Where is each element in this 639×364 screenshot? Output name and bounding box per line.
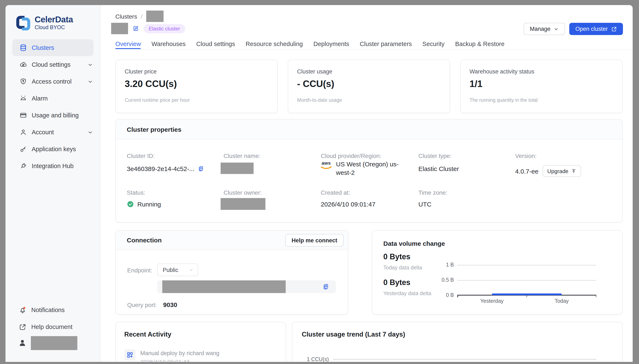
help-me-connect-button[interactable]: Help me connect [285, 234, 344, 246]
tab-resource-scheduling[interactable]: Resource scheduling [245, 40, 303, 48]
axis-tick [457, 296, 458, 297]
sidebar-item-label: Integration Hub [32, 162, 74, 169]
x-tick-yesterday: Yesterday [475, 298, 509, 304]
copy-icon[interactable] [198, 166, 204, 172]
card-subtitle: The running quantity in the total [470, 98, 538, 102]
upload-arrow-icon [571, 168, 576, 174]
status-check-icon [127, 200, 134, 208]
sidebar-item-alarm[interactable]: Alarm [6, 90, 100, 107]
recent-activity-card: Recent Activity Manual deploy by richard… [115, 322, 286, 362]
sidebar-item-help-document[interactable]: Help document [6, 318, 100, 335]
version-value: 4.0.7-ee [515, 168, 538, 174]
activity-timestamp: 2026/4/10 09:01:43 [140, 359, 190, 362]
card-title: Cluster usage trend (Last 7 days) [302, 331, 405, 338]
cluster-name-label: Cluster name: [224, 152, 260, 159]
tab-backup-restore[interactable]: Backup & Restore [455, 40, 505, 48]
open-cluster-button[interactable]: Open cluster [569, 23, 623, 35]
card-value: 3.20 CCU(s) [125, 78, 177, 90]
card-value: - CCU(s) [297, 78, 334, 90]
sidebar-item-account[interactable]: Account [6, 124, 100, 140]
tab-overview[interactable]: Overview [115, 40, 141, 48]
external-link-icon [19, 323, 27, 331]
redacted-cluster-owner [221, 198, 265, 210]
chevron-down-icon [88, 130, 93, 135]
sidebar-item-label: Account [32, 129, 54, 136]
panel-header: Cluster properties [116, 120, 622, 139]
card-subtitle: Current runtime price per hour [125, 98, 190, 102]
tab-bar: Overview Warehouses Cloud settings Resou… [115, 40, 505, 48]
cluster-id-value: 3e460389-2e14-4c52-... [127, 165, 194, 172]
plug-icon [20, 162, 27, 170]
tab-warehouses[interactable]: Warehouses [152, 40, 186, 48]
gridline [333, 359, 596, 360]
endpoint-type-select[interactable]: Public [157, 264, 198, 276]
logo-title: CelerData [35, 15, 73, 24]
chevron-down-icon [88, 79, 93, 84]
card-title: Cluster price [125, 68, 157, 75]
card-subtitle: Month-to-date usage [297, 98, 342, 102]
card-title: Data volume change [383, 240, 445, 247]
today-delta-label: Today data delta [383, 265, 422, 271]
today-delta-value: 0 Bytes [383, 252, 410, 262]
tab-deployments[interactable]: Deployments [313, 40, 349, 48]
sidebar-item-application-keys[interactable]: Application keys [6, 140, 100, 158]
cluster-type-label: Cluster type: [418, 152, 452, 159]
manage-button[interactable]: Manage [523, 23, 565, 35]
redacted-cluster-name [221, 162, 253, 174]
sidebar-item-label: Notifications [31, 306, 65, 313]
provider-label: Cloud provider/Region: [321, 152, 381, 159]
created-at-value: 2026/4/10 09:01:47 [321, 200, 376, 208]
sidebar-item-notifications[interactable]: Notifications [6, 302, 100, 318]
sidebar-item-label: Application keys [32, 146, 76, 152]
tab-cluster-parameters[interactable]: Cluster parameters [360, 40, 412, 48]
tab-divider [115, 49, 633, 50]
x-tick-today: Today [545, 298, 578, 304]
yesterday-delta-label: Yesterday data delta [383, 290, 431, 296]
sidebar-nav: Clusters Cloud settings [6, 39, 100, 174]
billing-card-icon [20, 112, 27, 119]
sidebar-item-label: Alarm [32, 95, 48, 102]
redacted-cluster-title [111, 23, 128, 34]
gridline [457, 280, 596, 280]
cluster-price-card: Cluster price 3.20 CCU(s) Current runtim… [115, 60, 278, 113]
sidebar-item-access-control[interactable]: Access control [6, 73, 100, 90]
status-value: Running [137, 200, 161, 208]
sidebar-item-cloud-settings[interactable]: Cloud settings [6, 56, 100, 73]
sidebar-item-clusters[interactable]: Clusters [12, 39, 93, 56]
chevron-down-icon [554, 26, 559, 32]
database-icon [20, 44, 27, 52]
chevron-down-icon [88, 62, 93, 68]
y-tick-1b: 1 B [437, 262, 454, 268]
timezone-value: UTC [418, 200, 432, 208]
user-icon [20, 128, 27, 136]
yesterday-delta-value: 0 Bytes [383, 278, 410, 287]
tab-security[interactable]: Security [422, 40, 445, 48]
copy-icon[interactable] [323, 283, 329, 290]
breadcrumb-root[interactable]: Clusters [115, 13, 137, 20]
breadcrumb-separator: / [141, 13, 143, 20]
card-title: Recent Activity [124, 331, 171, 338]
upgrade-button[interactable]: Upgrade [543, 165, 581, 177]
breadcrumb: Clusters / [115, 10, 164, 22]
cluster-usage-card: Cluster usage - CCU(s) Month-to-date usa… [288, 60, 450, 113]
external-link-icon [611, 26, 617, 32]
version-label: Version: [515, 152, 536, 159]
chevron-down-icon [189, 268, 194, 272]
deploy-activity-icon [124, 349, 136, 360]
tab-cloud-settings[interactable]: Cloud settings [196, 40, 235, 48]
cluster-id-label: Cluster ID: [127, 152, 155, 159]
user-account-row[interactable] [6, 334, 100, 351]
sidebar-item-usage-and-billing[interactable]: Usage and billing [6, 107, 100, 124]
edit-pencil-icon[interactable] [133, 25, 139, 32]
sidebar-item-integration-hub[interactable]: Integration Hub [6, 158, 100, 174]
connection-panel: Connection Help me connect Endpoint: Pub… [115, 230, 348, 314]
redacted-user-name [31, 336, 77, 350]
panel-title: Cluster properties [127, 126, 181, 133]
query-port-label: Query port: [127, 302, 157, 308]
status-label: Status: [127, 189, 145, 196]
logo-subtitle: Cloud BYOC [35, 24, 73, 30]
aws-logo-text: aws [322, 161, 332, 166]
sidebar-item-label: Cloud settings [32, 61, 71, 68]
key-icon [20, 145, 27, 153]
alarm-icon [20, 94, 27, 102]
